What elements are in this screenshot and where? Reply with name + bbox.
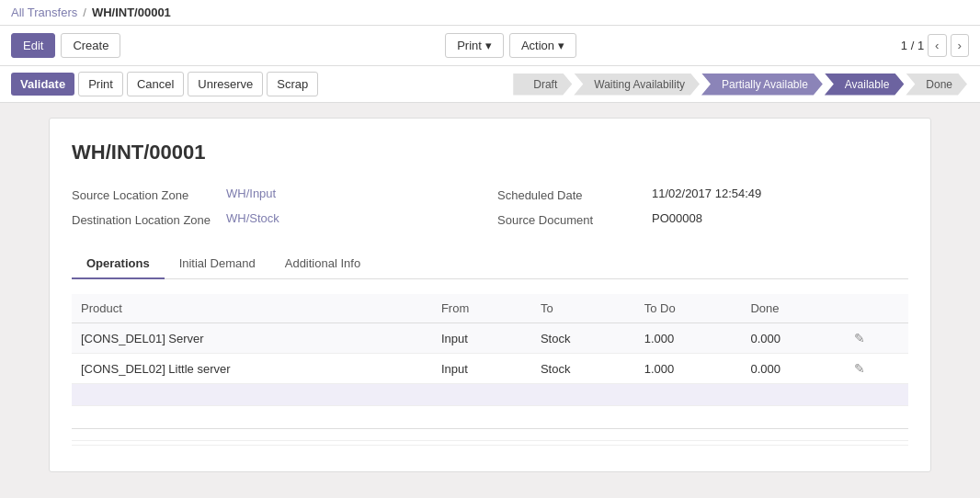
bottom-dividers: [72, 428, 908, 446]
document-card: WH/INT/00001 Source Location Zone WH/Inp…: [49, 118, 931, 472]
left-fields: Source Location Zone WH/Input Destinatio…: [72, 187, 483, 227]
operations-table: ProductFromToTo DoDone[CONS_DEL01] Serve…: [72, 294, 908, 406]
col-header: From: [432, 294, 531, 323]
cell-product: [CONS_DEL01] Server: [72, 323, 432, 354]
cancel-button[interactable]: Cancel: [127, 72, 184, 96]
cell-todo: 1.000: [635, 354, 742, 384]
col-header: [845, 294, 908, 323]
pipeline-step-partially-available[interactable]: Partially Available: [701, 74, 823, 96]
page-prev-button[interactable]: ‹: [928, 34, 946, 57]
edit-button[interactable]: Edit: [11, 33, 55, 58]
scheduled-date-value: 11/02/2017 12:54:49: [652, 187, 761, 200]
cell-to: Stock: [531, 354, 635, 384]
print-button[interactable]: Print ▾: [445, 33, 504, 58]
source-location-row: Source Location Zone WH/Input: [72, 187, 483, 202]
cell-done: 0.000: [741, 323, 845, 354]
cell-from: Input: [432, 354, 531, 384]
col-header: To: [531, 294, 635, 323]
cell-edit[interactable]: ✎: [845, 323, 908, 354]
table-row: [CONS_DEL02] Little serverInputStock1.00…: [72, 354, 908, 384]
pipeline-step-available[interactable]: Available: [825, 74, 904, 96]
edit-icon[interactable]: ✎: [854, 361, 865, 376]
pipeline-step-draft[interactable]: Draft: [513, 74, 572, 96]
print-dropdown-arrow: ▾: [485, 39, 492, 52]
tab-operations[interactable]: Operations: [72, 249, 165, 279]
scheduled-date-label: Scheduled Date: [497, 187, 644, 202]
add-item-row[interactable]: [72, 384, 908, 406]
source-location-value[interactable]: WH/Input: [226, 187, 276, 200]
action-label: Action: [521, 39, 554, 52]
breadcrumb: All Transfers / WH/INT/00001: [0, 0, 980, 26]
right-fields: Scheduled Date 11/02/2017 12:54:49 Sourc…: [497, 187, 908, 227]
destination-location-label: Destination Location Zone: [72, 211, 219, 227]
tabs: OperationsInitial DemandAdditional Info: [72, 249, 908, 279]
table-row: [CONS_DEL01] ServerInputStock1.0000.000✎: [72, 323, 908, 354]
create-button[interactable]: Create: [61, 33, 120, 58]
cell-from: Input: [432, 323, 531, 354]
page-indicator: 1 / 1: [901, 39, 924, 52]
destination-location-value[interactable]: WH/Stock: [226, 211, 279, 225]
cell-done: 0.000: [741, 354, 845, 384]
action-dropdown-arrow: ▾: [558, 39, 564, 52]
breadcrumb-current: WH/INT/00001: [92, 6, 171, 19]
breadcrumb-parent[interactable]: All Transfers: [11, 6, 77, 19]
col-header: To Do: [635, 294, 742, 323]
source-document-value: PO00008: [652, 211, 702, 225]
page-next-button[interactable]: ›: [951, 34, 969, 57]
validate-button[interactable]: Validate: [11, 73, 74, 96]
edit-icon[interactable]: ✎: [854, 331, 865, 345]
cell-to: Stock: [531, 323, 635, 354]
scrap-button[interactable]: Scrap: [267, 72, 318, 96]
col-header: Product: [72, 294, 432, 323]
action-bar: Edit Create Print ▾ Action ▾ 1 / 1 ‹ ›: [0, 26, 980, 66]
add-item-cell: [72, 384, 908, 406]
pipeline: DraftWaiting AvailabilityPartially Avail…: [513, 74, 969, 96]
source-document-row: Source Document PO00008: [497, 211, 908, 227]
breadcrumb-separator: /: [83, 6, 86, 19]
tab-additional-info[interactable]: Additional Info: [270, 249, 375, 279]
source-document-label: Source Document: [497, 211, 644, 227]
cell-product: [CONS_DEL02] Little server: [72, 354, 432, 384]
scheduled-date-row: Scheduled Date 11/02/2017 12:54:49: [497, 187, 908, 202]
destination-location-row: Destination Location Zone WH/Stock: [72, 211, 483, 227]
action-button[interactable]: Action ▾: [509, 33, 576, 58]
unreserve-button[interactable]: Unreserve: [188, 72, 263, 96]
col-header: Done: [741, 294, 845, 323]
cell-todo: 1.000: [635, 323, 742, 354]
pipeline-step-done[interactable]: Done: [906, 74, 967, 96]
pipeline-step-waiting-availability[interactable]: Waiting Availability: [574, 74, 700, 96]
source-location-label: Source Location Zone: [72, 187, 219, 202]
tab-initial-demand[interactable]: Initial Demand: [165, 249, 270, 279]
print-action-button[interactable]: Print: [78, 72, 123, 96]
fields-grid: Source Location Zone WH/Input Destinatio…: [72, 187, 908, 227]
pagination: 1 / 1 ‹ ›: [901, 34, 969, 57]
print-label: Print: [457, 39, 482, 52]
status-bar: Validate Print Cancel Unreserve Scrap Dr…: [0, 66, 980, 103]
cell-edit[interactable]: ✎: [845, 354, 908, 384]
document-title: WH/INT/00001: [72, 141, 908, 164]
main-content: WH/INT/00001 Source Location Zone WH/Inp…: [0, 103, 980, 487]
